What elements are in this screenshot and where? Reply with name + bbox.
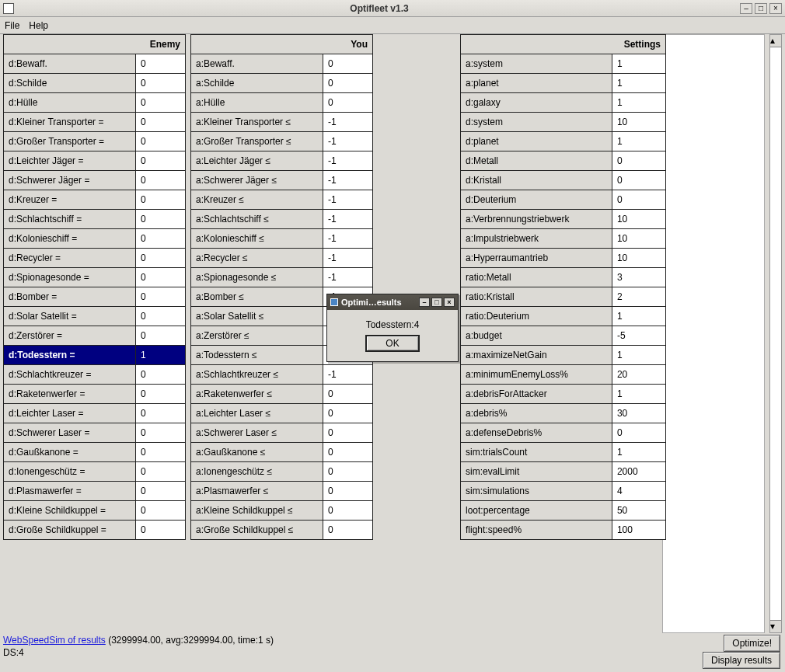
settings-row[interactable]: ratio:Metall3	[461, 268, 666, 287]
enemy-row[interactable]: d:Schlachtschiff =0	[4, 210, 186, 229]
settings-label[interactable]: d:system	[461, 113, 612, 132]
you-label[interactable]: a:Solar Satellit ≤	[191, 307, 323, 326]
you-value[interactable]: -1	[323, 249, 373, 268]
enemy-label[interactable]: d:Kleiner Transporter =	[4, 113, 136, 132]
dialog-titlebar[interactable]: Optimi…esults – □ ×	[327, 294, 458, 310]
settings-label[interactable]: a:Impulstriebwerk	[461, 229, 612, 249]
settings-label[interactable]: d:galaxy	[461, 93, 612, 113]
enemy-row[interactable]: d:Plasmawerfer =0	[4, 482, 186, 501]
enemy-row[interactable]: d:Bewaff.0	[4, 54, 186, 74]
enemy-row[interactable]: d:Schwerer Jäger =0	[4, 171, 186, 190]
settings-value[interactable]: 3	[612, 268, 665, 287]
enemy-row[interactable]: d:Spionagesonde =0	[4, 268, 186, 287]
enemy-value[interactable]: 0	[136, 229, 186, 249]
you-label[interactable]: a:Kleine Schildkuppel ≤	[191, 501, 323, 521]
settings-label[interactable]: ratio:Kristall	[461, 287, 612, 307]
settings-value[interactable]: 2000	[612, 462, 665, 482]
enemy-value[interactable]: 0	[136, 287, 186, 307]
enemy-row[interactable]: d:Kleine Schildkuppel =0	[4, 501, 186, 521]
you-row[interactable]: a:Spionagesonde ≤-1	[191, 268, 373, 287]
you-label[interactable]: a:Leichter Jäger ≤	[191, 151, 323, 171]
you-label[interactable]: a:Kreuzer ≤	[191, 190, 323, 210]
you-label[interactable]: a:Spionagesonde ≤	[191, 268, 323, 287]
settings-label[interactable]: loot:percentage	[461, 501, 612, 521]
settings-value[interactable]: 10	[612, 210, 665, 229]
enemy-label[interactable]: d:Solar Satellit =	[4, 307, 136, 326]
you-value[interactable]: 0	[323, 423, 373, 443]
settings-value[interactable]: 1	[612, 74, 665, 93]
enemy-label[interactable]: d:Bewaff.	[4, 54, 136, 74]
enemy-value[interactable]: 0	[136, 74, 186, 93]
dialog-ok-button[interactable]: OK	[365, 335, 419, 352]
enemy-row[interactable]: d:Bomber =0	[4, 287, 186, 307]
enemy-row[interactable]: d:Schilde0	[4, 74, 186, 93]
you-value[interactable]: 0	[323, 443, 373, 462]
settings-label[interactable]: a:system	[461, 54, 612, 74]
settings-row[interactable]: a:Verbrennungstriebwerk10	[461, 210, 666, 229]
you-row[interactable]: a:Kolonieschiff ≤-1	[191, 229, 373, 249]
enemy-value[interactable]: 0	[136, 190, 186, 210]
you-label[interactable]: a:Schwerer Laser ≤	[191, 423, 323, 443]
enemy-label[interactable]: d:Todesstern =	[4, 346, 136, 365]
you-label[interactable]: a:Leichter Laser ≤	[191, 404, 323, 423]
enemy-value[interactable]: 0	[136, 326, 186, 346]
enemy-row[interactable]: d:Hülle0	[4, 93, 186, 113]
settings-row[interactable]: loot:percentage50	[461, 501, 666, 521]
settings-row[interactable]: a:debrisForAttacker1	[461, 385, 666, 404]
enemy-row[interactable]: d:Todesstern =1	[4, 346, 186, 365]
enemy-label[interactable]: d:Kleine Schildkuppel =	[4, 501, 136, 521]
enemy-value[interactable]: 0	[136, 249, 186, 268]
maximize-button[interactable]: □	[755, 3, 767, 14]
enemy-value[interactable]: 0	[136, 171, 186, 190]
enemy-label[interactable]: d:Recycler =	[4, 249, 136, 268]
settings-value[interactable]: 0	[612, 151, 665, 171]
you-row[interactable]: a:Leichter Jäger ≤-1	[191, 151, 373, 171]
you-label[interactable]: a:Hülle	[191, 93, 323, 113]
vertical-scrollbar[interactable]: ▴ ▾	[768, 34, 782, 633]
enemy-label[interactable]: d:Spionagesonde =	[4, 268, 136, 287]
you-row[interactable]: a:Kleiner Transporter ≤-1	[191, 113, 373, 132]
enemy-label[interactable]: d:Kolonieschiff =	[4, 229, 136, 249]
settings-row[interactable]: a:budget-5	[461, 326, 666, 346]
you-value[interactable]: -1	[323, 132, 373, 151]
settings-label[interactable]: a:maximizeNetGain	[461, 346, 612, 365]
you-label[interactable]: a:Zerstörer ≤	[191, 326, 323, 346]
enemy-label[interactable]: d:Plasmawerfer =	[4, 482, 136, 501]
you-label[interactable]: a:Schwerer Jäger ≤	[191, 171, 323, 190]
settings-row[interactable]: a:system1	[461, 54, 666, 74]
settings-value[interactable]: 10	[612, 249, 665, 268]
you-value[interactable]: 0	[323, 404, 373, 423]
settings-label[interactable]: a:debrisForAttacker	[461, 385, 612, 404]
you-row[interactable]: a:Bewaff.0	[191, 54, 373, 74]
enemy-value[interactable]: 0	[136, 210, 186, 229]
enemy-label[interactable]: d:Leichter Laser =	[4, 404, 136, 423]
you-value[interactable]: 0	[323, 482, 373, 501]
you-row[interactable]: a:Schlachtkreuzer ≤-1	[191, 365, 373, 385]
you-label[interactable]: a:Schlachtkreuzer ≤	[191, 365, 323, 385]
settings-row[interactable]: a:Impulstriebwerk10	[461, 229, 666, 249]
settings-value[interactable]: 10	[612, 229, 665, 249]
enemy-value[interactable]: 0	[136, 365, 186, 385]
you-row[interactable]: a:Raketenwerfer ≤0	[191, 385, 373, 404]
you-row[interactable]: a:Plasmawerfer ≤0	[191, 482, 373, 501]
enemy-row[interactable]: d:Gaußkanone =0	[4, 443, 186, 462]
you-label[interactable]: a:Ionengeschütz ≤	[191, 462, 323, 482]
you-label[interactable]: a:Kleiner Transporter ≤	[191, 113, 323, 132]
you-row[interactable]: a:Kreuzer ≤-1	[191, 190, 373, 210]
enemy-row[interactable]: d:Recycler =0	[4, 249, 186, 268]
you-label[interactable]: a:Kolonieschiff ≤	[191, 229, 323, 249]
you-value[interactable]: -1	[323, 151, 373, 171]
settings-label[interactable]: sim:trialsCount	[461, 443, 612, 462]
settings-value[interactable]: 1	[612, 385, 665, 404]
settings-row[interactable]: a:Hyperraumantrieb10	[461, 249, 666, 268]
dialog-close-button[interactable]: ×	[444, 298, 455, 307]
you-label[interactable]: a:Plasmawerfer ≤	[191, 482, 323, 501]
you-value[interactable]: 0	[323, 501, 373, 521]
enemy-row[interactable]: d:Kolonieschiff =0	[4, 229, 186, 249]
you-row[interactable]: a:Schilde0	[191, 74, 373, 93]
settings-value[interactable]: 4	[612, 482, 665, 501]
settings-row[interactable]: d:Kristall0	[461, 171, 666, 190]
enemy-value[interactable]: 0	[136, 423, 186, 443]
you-label[interactable]: a:Schlachtschiff ≤	[191, 210, 323, 229]
settings-row[interactable]: flight:speed%100	[461, 521, 666, 540]
